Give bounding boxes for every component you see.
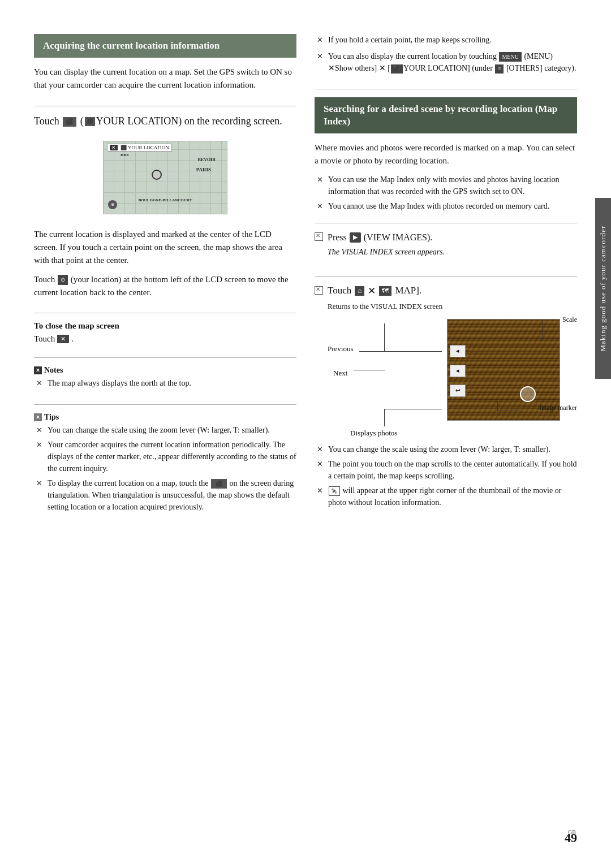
location-icon-sym: ⊕ [111, 202, 115, 207]
bt-bullet-3: ✕ [317, 485, 325, 496]
step1-touch-label: Touch [34, 115, 62, 127]
map-diagram-container: Returns to the VISUAL INDEX screen ◂ [328, 301, 577, 438]
left-section-header: Acquiring the current location informati… [34, 34, 296, 58]
next-label: Next [333, 369, 347, 378]
tips-text-1: You can change the scale using the zoom … [48, 424, 270, 436]
close-map-heading: To close the map screen [34, 321, 296, 331]
prev-connector-h [359, 351, 385, 352]
tips-bullet-2: ✕ [36, 439, 44, 451]
step1-label: YOUR LOCATION) on the recording screen. [96, 115, 282, 127]
press-view-images-text: (VIEW IMAGES). [364, 231, 432, 244]
right-divider-1 [315, 223, 577, 223]
tips-label: Tips [44, 413, 59, 422]
touch-step: Touch ⌂ ✕ 🗺 MAP]. Returns to the VISUAL … [315, 285, 577, 438]
press-line: Press ▶ (VIEW IMAGES). [328, 231, 577, 244]
tips-title: ✕ Tips [34, 413, 296, 422]
map-label-text: ⬛ YOUR LOCATION [121, 145, 169, 150]
close-x-button: ✕ [57, 335, 69, 343]
right-divider-2 [315, 277, 577, 277]
touch-back-desc: Touch ⊙ (your location) at the bottom le… [34, 273, 296, 300]
location-icon-inline: ⬛ [211, 479, 227, 489]
location-center-icon: ⊕ [108, 200, 117, 209]
visual-index-appears: The VISUAL INDEX screen appears. [328, 246, 577, 258]
press-step: Press ▶ (VIEW IMAGES). The VISUAL INDEX … [315, 231, 577, 263]
right-bi-text-2: You cannot use the Map Index with photos… [328, 200, 549, 212]
img-marker-connector-v [497, 401, 498, 411]
notes-section: ✕ Notes ✕ The map always displays the no… [34, 366, 296, 392]
right-bi-text-1: You can use the Map Index only with movi… [328, 174, 577, 197]
your-loc-inline: ⬛ [391, 64, 403, 74]
scale-label: Scale [562, 316, 577, 324]
image-marker-circle [520, 386, 536, 402]
page-number: 49 [565, 831, 577, 845]
right-tip-1: ✕ If you hold a certain point, the map k… [315, 34, 577, 46]
left-column: Acquiring the current location informati… [34, 34, 296, 834]
tips-item-3: ✕ To display the current location on a m… [34, 477, 296, 513]
returns-button-in-map[interactable]: ↩ [450, 385, 466, 397]
notes-text-1: The map always displays the north at the… [48, 377, 191, 389]
tips-text-2: Your camcorder acquires the current loca… [48, 439, 296, 474]
tips-icon: ✕ [34, 413, 42, 421]
your-location-icon: ⬛ [63, 117, 76, 127]
bt-bullet-1: ✕ [317, 444, 325, 455]
tips-bullet-1: ✕ [36, 425, 44, 436]
your-location-icon2: ⬛ [85, 117, 95, 126]
main-content: Acquiring the current location informati… [34, 34, 577, 834]
close-period: . [71, 334, 74, 344]
current-location-desc: The current location is displayed and ma… [34, 228, 296, 267]
right-section-title: Searching for a desired scene by recordi… [324, 103, 557, 127]
home-icon: ⌂ [355, 286, 364, 296]
touch-label: Touch [328, 285, 351, 296]
tips-item-1: ✕ You can change the scale using the zoo… [34, 424, 296, 436]
right-bi-2: ✕ [317, 201, 325, 212]
right-tip-text-2: You can also display the current locatio… [328, 50, 577, 74]
left-section-title: Acquiring the current location informati… [43, 40, 220, 51]
tips-section: ✕ Tips ✕ You can change the scale using … [34, 413, 296, 516]
map-label-bar: ✕ ⬛ YOUR LOCATION [107, 144, 172, 152]
disp-photos-connector-h [384, 409, 442, 409]
location-back-icon: ⊙ [58, 275, 68, 285]
bottom-tip-2: ✕ The point you touch on the map scrolls… [315, 458, 577, 482]
notes-item-1: ✕ The map always displays the north at t… [34, 377, 296, 389]
right-bullet-2: ✕ [317, 51, 325, 62]
press-label: Press [328, 231, 347, 244]
returns-connector-v [384, 323, 385, 352]
image-marker-label: Image marker [539, 404, 577, 412]
right-bullet-item-1: ✕ You can use the Map Index only with mo… [315, 174, 577, 197]
divider-4 [34, 404, 296, 405]
menu-icon-inline: MENU [499, 52, 521, 62]
touch-step-line: Touch ⌂ ✕ 🗺 MAP]. [328, 285, 577, 297]
sidebar-tab: Making good use of your camcorder [595, 198, 611, 379]
touch-map-text: MAP]. [395, 285, 421, 296]
notes-icon: ✕ [34, 366, 42, 374]
close-touch-line: Touch ✕ . [34, 334, 296, 344]
returns-connector-h [384, 351, 442, 352]
prev-button-in-map[interactable]: ◂ [450, 345, 466, 357]
next-button-in-map[interactable]: ◂ [450, 365, 466, 377]
press-checkbox [315, 232, 323, 241]
map-city-hre: HRE [121, 153, 129, 157]
map-location-pin [152, 170, 162, 180]
right-bullet-1: ✕ [317, 34, 325, 46]
previous-text: Previous [328, 344, 354, 353]
sidebar-text: Making good use of your camcorder [599, 226, 608, 352]
close-touch-label: Touch [34, 334, 55, 344]
touch-content: Touch ⌂ ✕ 🗺 MAP]. Returns to the VISUAL … [328, 285, 577, 438]
gps-icon-outline: 🛰 [329, 486, 340, 496]
bt-text-1: You can change the scale using the zoom … [328, 443, 550, 455]
map-screenshot: ✕ ⬛ YOUR LOCATION BEVOIR PARIS HRE BOULO… [103, 141, 227, 214]
right-divider-0 [315, 89, 577, 89]
map-close-icon: ✕ [110, 145, 118, 150]
scale-connector-v [543, 321, 543, 341]
next-text: Next [333, 369, 347, 377]
disp-photos-connector-v [384, 409, 385, 426]
bt-text-2: The point you touch on the map scrolls t… [328, 458, 577, 482]
tips-bullet-3: ✕ [36, 478, 44, 489]
map-city-boulogne: BOULOGNE-BILLANCOURT [109, 198, 221, 202]
map-city-1: BEVOIR [198, 157, 216, 162]
notes-bullet-1: ✕ [36, 378, 44, 389]
step1-heading: Touch ⬛ (⬛YOUR LOCATION) on the recordin… [34, 114, 296, 128]
touch-checkbox [315, 286, 323, 295]
notes-title: ✕ Notes [34, 366, 296, 375]
divider-2 [34, 313, 296, 313]
